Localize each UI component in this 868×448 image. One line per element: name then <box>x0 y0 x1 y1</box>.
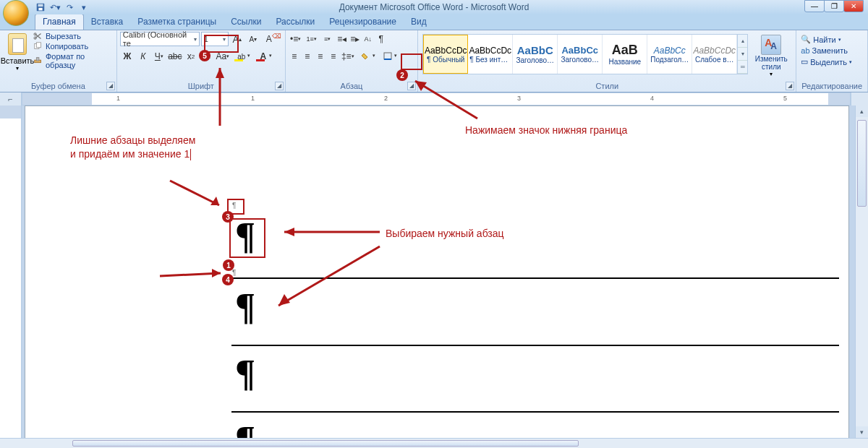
copy-button[interactable]: Копировать <box>33 42 114 51</box>
paragraph-title: Абзац <box>289 81 415 92</box>
group-styles: AaBbCcDc¶ ОбычныйAaBbCcDc¶ Без инте…AaBb… <box>418 30 796 92</box>
office-button[interactable] <box>3 0 29 26</box>
numbering-button[interactable]: 1≡▾ <box>305 32 319 46</box>
align-justify-button[interactable]: ≡ <box>328 49 339 64</box>
style-item[interactable]: AaBbCcDc¶ Обычный <box>423 35 468 74</box>
tab-layout[interactable]: Разметка страницы <box>130 14 224 30</box>
indent-dec-button[interactable]: ≡◂ <box>336 32 348 46</box>
style-item[interactable]: AaBbCcDc¶ Без инте… <box>468 35 513 74</box>
svg-rect-9 <box>384 53 391 59</box>
ribbon-tabs: Главная Вставка Разметка страницы Ссылки… <box>0 14 868 30</box>
paragraph-launcher[interactable]: ◢ <box>407 82 416 90</box>
style-preview: AaBbCcDc <box>693 46 736 56</box>
find-icon: 🔍 <box>801 35 811 44</box>
font-size-combo[interactable]: 1▾ <box>201 32 229 46</box>
style-preview: AaBbCcDc <box>469 46 511 56</box>
align-left-button[interactable]: ≡ <box>289 49 300 64</box>
horizontal-scrollbar[interactable] <box>0 438 868 448</box>
undo-icon[interactable]: ↶▾ <box>49 1 61 13</box>
font-size-value: 1 <box>204 35 208 43</box>
styles-launcher[interactable]: ◢ <box>786 82 794 90</box>
multilevel-button[interactable]: ≡▾ <box>320 32 335 46</box>
cut-button[interactable]: Вырезать <box>33 32 114 40</box>
tab-home[interactable]: Главная <box>35 14 84 30</box>
font-name-combo[interactable]: Calibri (Основной те▾ <box>120 32 200 46</box>
save-icon[interactable] <box>35 1 46 13</box>
tab-insert[interactable]: Вставка <box>84 14 131 30</box>
paste-button[interactable]: Вставить ▾ <box>3 32 32 73</box>
tab-references[interactable]: Ссылки <box>224 14 268 30</box>
gallery-scroll[interactable]: ▴ ▾ ═ <box>737 35 747 74</box>
borders-button[interactable]: ▾ <box>378 49 399 64</box>
painter-label: Формат по образцу <box>46 52 114 69</box>
line-spacing-button[interactable]: ‡≡▾ <box>341 49 355 64</box>
vertical-ruler[interactable] <box>0 105 22 438</box>
qat-more-icon[interactable]: ▾ <box>78 1 90 13</box>
font-launcher[interactable]: ◢ <box>275 82 284 90</box>
scroll-down-icon[interactable]: ▾ <box>856 426 868 438</box>
svg-marker-16 <box>284 228 294 236</box>
bullets-button[interactable]: •≡▾ <box>289 32 303 46</box>
align-center-button[interactable]: ≡ <box>302 49 313 64</box>
select-label: Выделить <box>810 58 847 66</box>
style-label: ¶ Обычный <box>425 56 466 64</box>
hscroll-thumb[interactable] <box>72 440 579 447</box>
paste-icon <box>8 33 27 55</box>
ruler-toggle[interactable] <box>851 92 868 105</box>
replace-label: Заменить <box>812 46 848 55</box>
pilcrow-4: ¶ <box>235 418 255 438</box>
vertical-scrollbar[interactable]: ▴ ▾ <box>855 105 868 438</box>
tab-review[interactable]: Рецензирование <box>322 14 404 30</box>
style-label: Название <box>604 58 645 66</box>
group-paragraph: •≡▾ 1≡▾ ≡▾ ≡◂ ≡▸ A↓ ¶ ≡ ≡ ≡ ≡ ‡≡▾ ▾ ▾ Аб… <box>286 30 419 92</box>
horizontal-ruler[interactable]: 1 1 2 3 4 5 <box>22 92 851 105</box>
align-right-button[interactable]: ≡ <box>315 49 326 64</box>
minimize-button[interactable]: — <box>804 0 825 12</box>
find-button[interactable]: 🔍Найти▾ <box>801 35 852 44</box>
maximize-button[interactable]: ❐ <box>824 0 844 12</box>
clear-format-button[interactable]: A⌫ <box>262 32 276 46</box>
shading-button[interactable]: ▾ <box>357 49 377 64</box>
style-item[interactable]: AaBbCcПодзагол… <box>647 35 692 74</box>
strike-button[interactable]: abc <box>168 49 182 64</box>
clipboard-launcher[interactable]: ◢ <box>106 82 115 90</box>
font-color-button[interactable]: A▾ <box>253 49 273 64</box>
styles-gallery[interactable]: AaBbCcDc¶ ОбычныйAaBbCcDc¶ Без инте…AaBb… <box>422 34 748 74</box>
sort-button[interactable]: A↓ <box>362 32 374 46</box>
style-preview: AaBbCcDc <box>425 46 467 56</box>
show-marks-button[interactable]: ¶ <box>375 32 387 46</box>
brush-icon <box>33 56 43 65</box>
change-styles-button[interactable]: Изменить стили ▾ <box>749 32 793 81</box>
page[interactable]: Лишние абзацы выделяем и придаём им знач… <box>25 105 849 438</box>
indent-inc-button[interactable]: ≡▸ <box>349 32 361 46</box>
close-button[interactable]: ✕ <box>843 0 864 12</box>
vscroll-thumb[interactable] <box>857 120 867 207</box>
style-item[interactable]: AaBНазвание <box>603 35 647 74</box>
anno-left-line1: Лишние абзацы выделяем <box>70 134 195 147</box>
tab-view[interactable]: Вид <box>404 14 434 30</box>
select-button[interactable]: ▭Выделить▾ <box>801 57 852 66</box>
underline-button[interactable]: Ч▾ <box>152 49 166 64</box>
ruler-corner[interactable]: ⌐ <box>0 92 22 105</box>
font-title: Шрифт <box>120 81 282 92</box>
marker-four: 4 <box>222 274 234 285</box>
replace-button[interactable]: abЗаменить <box>801 46 852 55</box>
subscript-button[interactable]: x2 <box>184 49 198 64</box>
grow-font-button[interactable]: A▴ <box>230 32 244 46</box>
tab-mailings[interactable]: Рассылки <box>268 14 322 30</box>
style-item[interactable]: AaBbCЗаголово… <box>513 35 558 74</box>
change-case-button[interactable]: Aa▾ <box>216 49 230 64</box>
bold-button[interactable]: Ж <box>120 49 135 64</box>
marker-three: 3 <box>222 211 234 223</box>
redo-icon[interactable]: ↷ <box>64 1 75 13</box>
format-painter-button[interactable]: Формат по образцу <box>33 52 114 69</box>
svg-marker-14 <box>212 269 221 277</box>
style-item[interactable]: AaBbCcЗаголово… <box>558 35 603 74</box>
shrink-font-button[interactable]: A▾ <box>246 32 260 46</box>
svg-rect-6 <box>36 43 41 48</box>
highlight-button[interactable]: ab▾ <box>231 49 252 64</box>
style-item[interactable]: AaBbCcDcСлабое в… <box>692 35 737 74</box>
italic-button[interactable]: К <box>136 49 150 64</box>
svg-rect-8 <box>36 58 39 61</box>
scroll-up-icon[interactable]: ▴ <box>856 105 868 117</box>
